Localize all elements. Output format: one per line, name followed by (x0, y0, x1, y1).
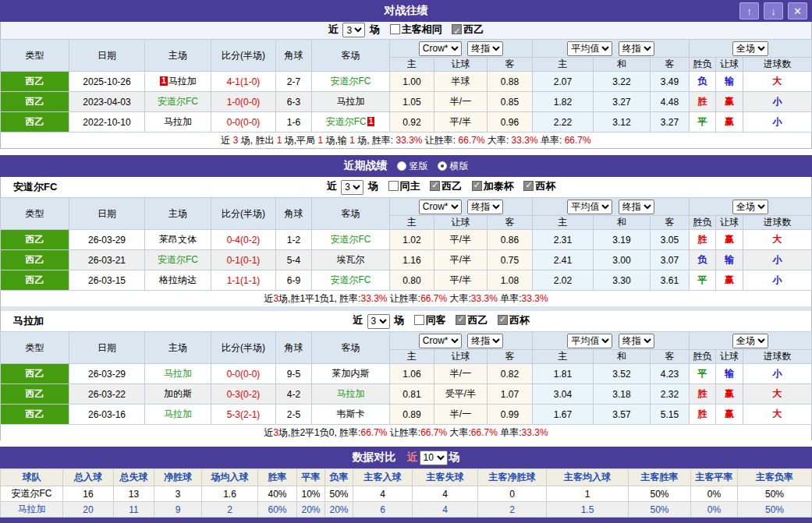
cmp-col-ha-draw-rate: 主客平率 (691, 469, 738, 486)
move-down-icon[interactable]: ↓ (764, 2, 783, 19)
andorra-catalan-cup-checkbox[interactable] (472, 181, 482, 191)
home-team-cell: 马拉加 (145, 112, 211, 133)
odds-home-cell: 1.00 (390, 72, 434, 92)
h2h-near-count-select[interactable]: 3 (342, 23, 365, 37)
col-odds-away: 客 (488, 350, 533, 364)
goals-result-cell: 大 (743, 230, 812, 250)
same-away-checkbox[interactable] (414, 315, 424, 325)
team-name: 马拉加 (164, 368, 192, 379)
col-corner: 角球 (276, 198, 312, 230)
vertical-layout-radio[interactable] (397, 161, 406, 171)
vertical-layout-label: 竖版 (410, 160, 428, 173)
summary-segment: 场, 胜出 (238, 135, 276, 146)
corner-cell: 6-9 (276, 270, 312, 291)
handicap-result-cell: 赢 (716, 384, 743, 405)
h2h-avg-kind-select[interactable]: 终指 (619, 41, 654, 56)
date-cell: 26-03-21 (69, 250, 145, 270)
col-score: 比分(半场) (211, 40, 276, 72)
andorra-spanish-cup-checkbox[interactable] (523, 181, 534, 191)
col-home: 主场 (145, 332, 211, 364)
handicap-result-cell: 输 (716, 250, 743, 270)
same-homeaway-checkbox[interactable] (390, 24, 400, 34)
malaga-odds-source-select[interactable]: Crow* (419, 334, 462, 348)
home-team-cell: 马拉加 (145, 364, 211, 384)
col-wdl: 胜负 (690, 216, 716, 230)
andorra-scope-select[interactable]: 全场 (732, 200, 768, 214)
andorra-avg-source-select[interactable]: 平均值 (567, 200, 612, 214)
col-odds-line: 让球 (434, 350, 488, 364)
andorra-league-checkbox[interactable] (430, 181, 440, 191)
odds-line-cell: 平/半 (434, 112, 488, 133)
odds-away-cell: 0.96 (488, 112, 533, 133)
compare-row: 安道尔FC161331.640%10%50%440150%0%50% (1, 486, 812, 502)
summary-segment: 近 (221, 135, 232, 146)
odds-home-cell: 1.05 (390, 92, 434, 112)
odds-home-cell: 1.06 (390, 364, 434, 384)
avg-draw-cell: 3.18 (594, 384, 651, 405)
summary-segment: 让胜率: (423, 135, 459, 146)
home-team-cell: 安道尔FC (145, 92, 211, 112)
handicap-result-cell: 赢 (716, 230, 743, 250)
h2h-scope-select[interactable]: 全场 (732, 41, 768, 56)
andorra-near-count-select[interactable]: 3 (341, 180, 363, 195)
compare-section: 数据对比 近 10 场 球队 总入球 总失球 净胜球 场均入球 胜率 平率 负率… (0, 447, 812, 523)
andorra-panel-title: 安道尔FC 近 3 场 同主 西乙 加泰杯 西杯 (0, 177, 812, 197)
andorra-odds-source-select[interactable]: Crow* (419, 200, 462, 214)
window-controls: ↑ ↓ ✕ (739, 2, 807, 19)
col-goals: 进球数 (743, 216, 812, 230)
home-team-cell: 加的斯 (145, 384, 211, 405)
compare-title: 数据对比 (353, 451, 396, 465)
team-name: 马拉加 (337, 388, 365, 399)
same-home-checkbox[interactable] (388, 181, 399, 191)
andorra-avg-kind-select[interactable]: 终指 (619, 200, 654, 214)
date-cell: 2023-04-03 (69, 92, 145, 112)
malaga-odds-kind-select[interactable]: 终指 (467, 334, 503, 348)
move-up-icon[interactable]: ↑ (739, 2, 759, 19)
horizontal-layout-radio[interactable] (438, 161, 447, 171)
red-card-badge: 1 (367, 117, 375, 126)
avg-home-cell: 1.81 (533, 364, 594, 384)
same-home-label: 同主 (400, 180, 420, 192)
col-score: 比分(半场) (211, 332, 276, 364)
stat-cell: 3 (154, 486, 202, 502)
malaga-spanish-cup-checkbox[interactable] (498, 315, 508, 325)
near-label: 近 (407, 451, 418, 465)
date-cell: 2022-10-10 (69, 112, 145, 133)
compare-near-count-select[interactable]: 10 (420, 451, 448, 465)
malaga-near-count-select[interactable]: 3 (367, 314, 390, 329)
near-label: 近 (353, 314, 363, 326)
avg-draw-cell: 3.19 (594, 230, 651, 250)
near-label: 近 (327, 180, 337, 192)
malaga-avg-kind-select[interactable]: 终指 (619, 334, 654, 348)
avg-home-cell: 2.02 (533, 270, 594, 291)
team-name: 马拉加 (168, 76, 197, 87)
league-filter-checkbox[interactable] (452, 24, 462, 34)
malaga-league-checkbox[interactable] (456, 315, 466, 325)
h2h-odds-source-select[interactable]: Crow* (419, 41, 462, 56)
close-icon[interactable]: ✕ (788, 2, 807, 19)
avg-away-cell: 3.05 (651, 230, 690, 250)
col-avg-away: 客 (651, 350, 690, 364)
malaga-spanish-cup-label: 西杯 (509, 314, 530, 326)
malaga-scope-select[interactable]: 全场 (732, 334, 768, 348)
andorra-odds-kind-select[interactable]: 终指 (467, 200, 503, 214)
col-away: 客场 (312, 332, 390, 364)
corner-cell: 9-5 (276, 364, 312, 384)
home-team-cell: 1马拉加 (145, 72, 211, 92)
odds-group-header: Crow* 终指 (390, 332, 533, 350)
league-cell: 西乙 (1, 384, 69, 405)
cmp-col-draw-rate: 平率 (297, 469, 325, 486)
h2h-avg-source-select[interactable]: 平均值 (567, 41, 612, 56)
cmp-col-ha-win-rate: 主客胜率 (629, 469, 691, 486)
h2h-odds-kind-select[interactable]: 终指 (467, 41, 503, 56)
avg-away-cell: 3.27 (651, 112, 690, 133)
score-cell: 1-0(0-0) (211, 92, 276, 112)
stat-cell: 50% (738, 502, 812, 518)
odds-line-cell: 平/半 (434, 270, 488, 291)
col-wdl: 胜负 (690, 58, 716, 72)
corner-cell: 5-4 (276, 250, 312, 270)
odds-home-cell: 0.92 (390, 112, 434, 133)
summary-segment: 大率: (485, 135, 512, 146)
matches-label: 场 (368, 180, 378, 192)
malaga-avg-source-select[interactable]: 平均值 (567, 334, 612, 348)
